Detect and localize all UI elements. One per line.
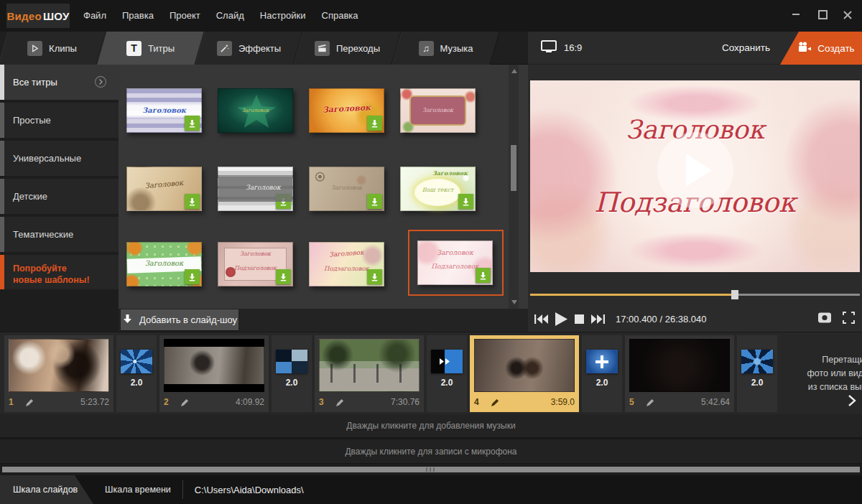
menu-file[interactable]: Файл (75, 0, 114, 32)
tab-transitions[interactable]: Переходы (298, 32, 397, 65)
menu-help[interactable]: Справка (314, 0, 366, 32)
music-track[interactable]: Дважды кликните для добавления музыки (0, 414, 862, 439)
template-thumb[interactable]: Заголовок (400, 88, 476, 133)
menu-edit[interactable]: Правка (114, 0, 162, 32)
slides-scale-tab[interactable]: Шкала слайдов (0, 475, 93, 504)
timeline-next-arrow[interactable] (845, 393, 859, 411)
download-badge[interactable] (276, 269, 291, 284)
minimize-icon[interactable] (792, 9, 800, 18)
template-thumb[interactable]: Заголовок (126, 167, 202, 211)
timeline-transition-1[interactable]: 2.0 (116, 335, 157, 412)
transition-duration: 2.0 (596, 378, 608, 388)
time-scale-tab[interactable]: Шкала времени (93, 485, 182, 495)
edit-pencil-icon[interactable] (335, 398, 345, 407)
play-overlay-icon[interactable] (657, 132, 733, 208)
edit-pencil-icon[interactable] (646, 398, 655, 407)
edit-pencil-icon[interactable] (25, 398, 34, 407)
download-badge[interactable] (458, 194, 473, 209)
sidebar-item-thematic[interactable]: Тематические (0, 217, 119, 252)
download-badge[interactable] (367, 269, 382, 284)
menu-settings[interactable]: Настройки (252, 0, 314, 32)
clip-thumbnail[interactable] (319, 339, 420, 392)
timeline-clip-4-selected[interactable]: 4 3:59.0 (470, 335, 579, 412)
timeline-clip-5[interactable]: 5 5:42.64 (625, 335, 734, 412)
template-thumb[interactable]: Заголовок (126, 88, 202, 133)
microphone-track[interactable]: Дважды кликните для записи с микрофона (0, 440, 862, 464)
transition-thumbnail-spiral[interactable] (121, 350, 152, 373)
template-caption: Заголовок (218, 184, 292, 191)
sidebar-item-kids[interactable]: Детские (0, 179, 119, 214)
timeline-transition-3[interactable]: 2.0 (427, 335, 467, 412)
timeline-transition-4[interactable]: 2.0 (582, 335, 622, 412)
timeline-clip-1[interactable]: 1 5:23.72 (4, 335, 113, 412)
transition-thumbnail-squares[interactable] (276, 350, 307, 373)
fullscreen-icon[interactable] (843, 312, 855, 327)
tab-clips[interactable]: Клипы (3, 32, 101, 65)
clip-number: 2 (164, 397, 169, 407)
skip-forward-button[interactable] (590, 314, 606, 325)
slider-handle[interactable] (731, 290, 738, 299)
template-thumb[interactable]: Заголовок (126, 242, 202, 286)
clip-duration: 5:23.72 (80, 397, 109, 407)
edit-pencil-icon[interactable] (491, 398, 500, 407)
template-thumb[interactable]: Заголовок Подзаголовок (309, 242, 384, 286)
timeline-clip-3[interactable]: 3 7:30.76 (315, 335, 424, 412)
scroll-up-arrow-icon[interactable] (511, 69, 517, 73)
horizontal-scrollbar[interactable] (0, 465, 862, 475)
template-thumb[interactable]: Заголовок (309, 88, 384, 133)
transition-thumbnail-swirl[interactable] (741, 350, 773, 373)
sidebar-item-all-titles[interactable]: Все титры (0, 65, 119, 100)
scrollbar-thumb[interactable] (511, 145, 516, 191)
download-badge[interactable] (185, 116, 200, 131)
transition-duration: 2.0 (441, 378, 453, 388)
download-badge[interactable] (276, 194, 291, 209)
template-thumb[interactable]: Заголовок (309, 167, 384, 211)
download-badge[interactable] (185, 194, 200, 209)
save-button[interactable]: Сохранить (722, 42, 770, 53)
skip-back-button[interactable] (534, 314, 549, 325)
play-button[interactable] (555, 312, 568, 327)
menu-project[interactable]: Проект (162, 0, 208, 32)
timeline-transition-2[interactable]: 2.0 (272, 335, 312, 412)
maximize-icon[interactable] (817, 9, 826, 18)
create-button[interactable]: Создать (780, 32, 862, 65)
snapshot-icon[interactable] (817, 312, 832, 327)
template-thumb[interactable]: Заголовок (218, 88, 293, 133)
tab-titles[interactable]: T Титры (101, 32, 200, 65)
transition-thumbnail-arrows[interactable] (431, 350, 463, 373)
download-badge[interactable] (185, 269, 200, 284)
stop-button[interactable] (574, 314, 585, 325)
seek-slider[interactable] (530, 289, 860, 299)
template-thumb-selected[interactable]: Заголовок Подзаголовок (417, 241, 493, 285)
add-to-slideshow-button[interactable]: Добавить в слайд-шоу (121, 309, 238, 330)
clip-thumbnail[interactable] (9, 339, 109, 392)
download-badge[interactable] (476, 268, 491, 283)
download-badge[interactable] (367, 116, 382, 131)
hscrollbar-thumb[interactable] (2, 467, 860, 472)
download-badge[interactable] (367, 194, 382, 209)
clip-thumbnail[interactable] (164, 339, 264, 392)
timeline-clip-2[interactable]: 2 4:09.92 (159, 335, 269, 412)
template-row: Заголовок Заголовок Подзаголовок Заголов… (119, 242, 384, 286)
template-thumb[interactable]: Заголовок Ваш текст (400, 167, 476, 211)
sidebar-item-new-templates-promo[interactable]: Попробуйте новые шаблоны! (0, 255, 119, 293)
clip-thumbnail[interactable] (474, 339, 575, 392)
edit-pencil-icon[interactable] (180, 398, 190, 407)
aspect-ratio-control[interactable]: 16:9 (541, 40, 582, 55)
tab-effects[interactable]: Эффекты (200, 32, 298, 65)
circled-chevron-icon[interactable] (94, 75, 107, 91)
transition-thumbnail-cross[interactable] (586, 350, 618, 373)
tab-music[interactable]: ♫ Музыка (397, 32, 495, 65)
preview-panel: Заголовок Подзаголовок 17:00.400 / 26:38… (528, 65, 862, 332)
timeline-transition-5[interactable]: 2.0 (737, 335, 777, 412)
close-icon[interactable] (843, 9, 852, 18)
scroll-down-arrow-icon[interactable] (511, 300, 517, 304)
clip-duration: 3:59.0 (551, 397, 575, 407)
vertical-scrollbar[interactable] (509, 65, 519, 309)
template-thumb[interactable]: Заголовок Подзаголовок (218, 242, 293, 286)
template-thumb[interactable]: Заголовок (218, 167, 293, 211)
sidebar-item-universal[interactable]: Универсальные (0, 141, 119, 176)
menu-slide[interactable]: Слайд (208, 0, 252, 32)
clip-thumbnail[interactable] (629, 339, 730, 392)
sidebar-item-simple[interactable]: Простые (0, 103, 119, 138)
